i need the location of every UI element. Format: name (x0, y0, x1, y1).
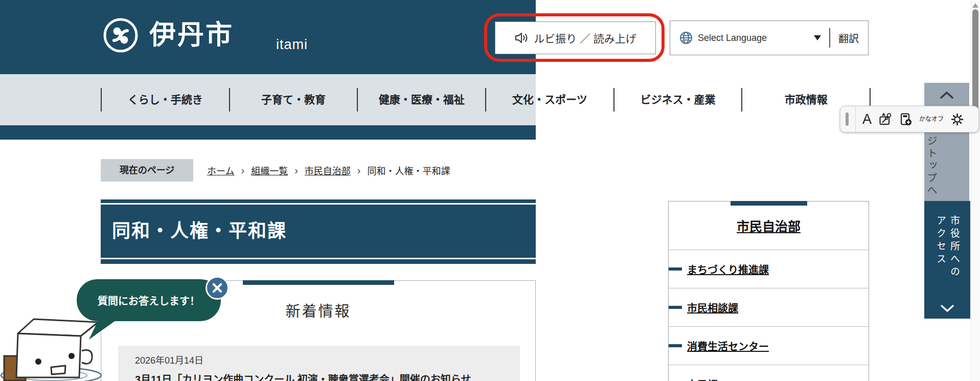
sidebar-link-shimin[interactable]: 市民課 (687, 377, 718, 381)
dash-bullet-icon (669, 267, 682, 271)
chevron-up-icon (940, 91, 954, 99)
nav-item-business[interactable]: ビジネス・産業 (613, 88, 742, 111)
breadcrumb-link-org-list[interactable]: 組織一覧 (251, 164, 288, 177)
nav-item-kurashi[interactable]: くらし・手続き (101, 88, 229, 111)
settings-button[interactable] (950, 113, 964, 126)
speech-bubble-tail (88, 318, 119, 341)
divider (829, 28, 830, 48)
dash-bullet-icon (669, 306, 682, 309)
header-band (0, 0, 536, 74)
scrollbar-up-arrow-icon[interactable] (972, 3, 978, 8)
breadcrumb-link-dept[interactable]: 市民自治部 (305, 164, 351, 177)
sidebar-accent-bar (731, 201, 807, 206)
chevron-down-icon (940, 304, 954, 312)
sidebar-item: 消費生活センター (669, 326, 869, 365)
page-title: 同和・人権・平和課 (101, 205, 536, 258)
ruby-button-label: ルビ振り ／ 読み上げ (534, 30, 636, 46)
language-selector-value: Select Language (698, 33, 767, 43)
language-selector[interactable]: Select Language 翻訳 (670, 20, 869, 55)
sidebar-item: まちづくり推進課 (669, 250, 869, 288)
breadcrumb: ホーム › 組織一覧 › 市民自治部 › 同和・人権・平和課 (207, 159, 450, 182)
gear-icon (950, 113, 964, 126)
breadcrumb-current-page: 同和・人権・平和課 (367, 164, 450, 177)
reader-add-button[interactable] (899, 113, 913, 126)
department-sidebar: 市民自治部 まちづくり推進課 市民相談課 消費生活センター 市民課 (668, 201, 869, 381)
news-item-date: 2026年01月14日 (135, 353, 520, 366)
site-title-romaji: itami (276, 37, 308, 53)
reading-assist-toolbar: A かな オフ (840, 106, 979, 132)
nav-bottom-strip (0, 125, 536, 140)
toolbar-drag-handle[interactable] (846, 113, 849, 126)
speaker-icon (514, 31, 529, 44)
sidebar-item: 市民課 (669, 365, 869, 381)
annotation-pen-button[interactable] (878, 113, 892, 126)
dash-bullet-icon (669, 344, 682, 347)
city-hall-access-label: 市役所への アクセス (933, 215, 961, 292)
breadcrumb-link-home[interactable]: ホーム (207, 164, 234, 177)
city-hall-access-button[interactable]: 市役所への アクセス (924, 201, 970, 319)
nav-item-bunka[interactable]: 文化・スポーツ (485, 88, 613, 111)
globe-icon (679, 31, 693, 44)
breadcrumb-separator: › (241, 165, 244, 176)
news-item-link[interactable]: 3月11日「カリヨン作曲コンクール 初演・聴衆賞選考会」開催のお知らせ (135, 371, 520, 381)
close-icon (212, 282, 223, 294)
reader-add-icon (899, 113, 913, 126)
sidebar-link-machizukuri[interactable]: まちづくり推進課 (687, 262, 769, 277)
font-size-button[interactable]: A (862, 113, 872, 126)
kana-toggle-button[interactable]: かな オフ (919, 116, 944, 123)
chatbot-close-button[interactable] (206, 276, 229, 300)
page-title-banner: 同和・人権・平和課 (101, 199, 536, 264)
page: 伊丹市 itami ルビ振り ／ 読み上げ Select Language 翻訳… (0, 0, 980, 381)
annotation-pen-icon (878, 113, 892, 126)
chatbot-speech-bubble[interactable]: 質問にお答えします！ (77, 279, 221, 321)
sidebar-link-shohi[interactable]: 消費生活センター (687, 339, 769, 353)
nav-item-kenko[interactable]: 健康・医療・福祉 (357, 88, 485, 111)
main-nav: くらし・手続き 子育て・教育 健康・医療・福祉 文化・スポーツ ビジネス・産業 … (101, 88, 871, 111)
banner-bottom-bar (101, 259, 536, 264)
site-title[interactable]: 伊丹市 (149, 18, 234, 51)
page-top-button[interactable]: ページトップへ (924, 83, 969, 201)
banner-top-bar (101, 199, 536, 203)
news-accent-bar (243, 280, 394, 285)
ruby-read-aloud-button[interactable]: ルビ振り ／ 読み上げ (495, 21, 656, 54)
sidebar-link-soudan[interactable]: 市民相談課 (687, 300, 738, 315)
news-list-item: 2026年01月14日 3月11日「カリヨン作曲コンクール 初演・聴衆賞選考会」… (118, 346, 520, 381)
sidebar-item: 市民相談課 (669, 288, 869, 326)
caret-down-icon (814, 35, 821, 40)
breadcrumb-separator: › (294, 165, 298, 176)
translate-button[interactable]: 翻訳 (838, 31, 859, 46)
breadcrumb-separator: › (357, 165, 361, 176)
divider (855, 106, 856, 132)
scrollbar-thumb[interactable] (972, 9, 978, 111)
nav-item-kosodate[interactable]: 子育て・教育 (229, 88, 357, 111)
breadcrumb-current-label: 現在のページ (101, 159, 193, 182)
chatbot-bubble-text: 質問にお答えします！ (98, 293, 200, 308)
sidebar-heading-link[interactable]: 市民自治部 (737, 216, 801, 235)
itami-city-emblem-icon[interactable] (102, 17, 139, 54)
